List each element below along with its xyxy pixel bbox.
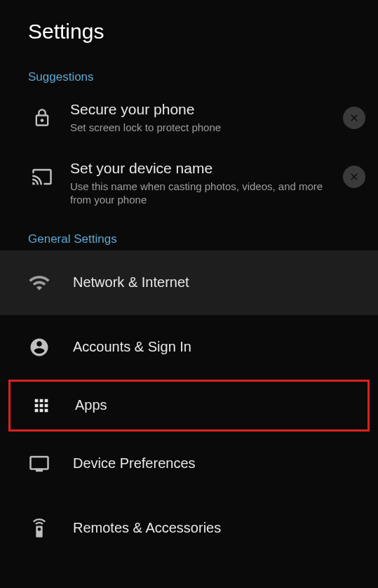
menu-item-apps[interactable]: Apps: [8, 380, 370, 432]
menu-item-network[interactable]: Network & Internet: [0, 250, 378, 315]
suggestion-text: Set your device name Use this name when …: [70, 160, 329, 207]
suggestion-title: Secure your phone: [70, 101, 329, 118]
page-title: Settings: [28, 20, 350, 44]
remote-icon: [28, 517, 50, 540]
dismiss-button[interactable]: [343, 107, 365, 129]
apps-icon: [30, 394, 53, 417]
menu-label: Device Preferences: [73, 455, 196, 472]
suggestion-subtitle: Set screen lock to protect phone: [70, 121, 329, 135]
menu-label: Accounts & Sign In: [73, 339, 191, 355]
close-icon: [349, 112, 360, 123]
suggestion-subtitle: Use this name when casting photos, video…: [70, 180, 329, 207]
suggestion-title: Set your device name: [70, 160, 329, 177]
header: Settings: [0, 0, 378, 58]
lock-icon: [28, 104, 56, 132]
close-icon: [349, 171, 360, 182]
menu-item-device-prefs[interactable]: Device Preferences: [0, 432, 378, 496]
tv-icon: [28, 453, 50, 475]
menu-item-accounts[interactable]: Accounts & Sign In: [0, 315, 378, 380]
suggestion-device-name[interactable]: Set your device name Use this name when …: [0, 147, 378, 220]
menu-label: Network & Internet: [73, 274, 189, 290]
dismiss-button[interactable]: [343, 166, 365, 188]
cast-icon: [28, 163, 56, 191]
menu-label: Remotes & Accessories: [73, 520, 221, 536]
suggestion-secure-phone[interactable]: Secure your phone Set screen lock to pro…: [0, 88, 378, 147]
section-header-general: General Settings: [0, 220, 378, 250]
section-header-suggestions: Suggestions: [0, 58, 378, 88]
menu-item-remotes[interactable]: Remotes & Accessories: [0, 496, 378, 561]
menu-label: Apps: [75, 397, 107, 413]
suggestion-text: Secure your phone Set screen lock to pro…: [70, 101, 329, 135]
wifi-icon: [28, 272, 50, 294]
account-icon: [28, 336, 50, 359]
